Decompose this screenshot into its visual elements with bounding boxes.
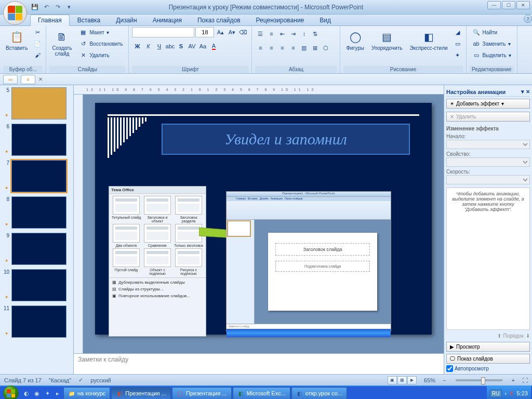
minimize-button[interactable]: — <box>487 1 501 9</box>
slideshow-view-icon[interactable]: ▶ <box>407 376 417 384</box>
layout-option[interactable]: Рисунок с подписью <box>174 248 204 275</box>
thumb-11[interactable]: ✴ <box>11 305 66 338</box>
align-left-icon[interactable]: ≡ <box>255 43 265 53</box>
slide-title-box[interactable]: Увидел и запомнил <box>162 124 410 155</box>
tab-view[interactable]: Вид <box>312 15 339 25</box>
menu-duplicate[interactable]: ▦ Дублировать выделенные слайды <box>110 279 205 286</box>
start-button[interactable] <box>1 385 21 399</box>
copy-icon[interactable]: 📄 <box>32 38 43 49</box>
bold-icon[interactable]: Ж <box>132 41 142 51</box>
tab-insert[interactable]: Вставка <box>70 15 109 25</box>
taskbar-item[interactable]: 📁на конкурс <box>63 387 110 399</box>
fit-icon[interactable]: ⛶ <box>522 377 528 383</box>
remove-effect-button[interactable]: ✕ Удалить <box>446 112 530 122</box>
normal-view-icon[interactable]: ▣ <box>388 376 397 384</box>
zoom-out-icon[interactable]: − <box>443 377 446 383</box>
quicklaunch-icon[interactable]: ◐ <box>22 389 31 397</box>
columns-icon[interactable]: ▥ <box>299 43 309 53</box>
shapes-button[interactable]: ◯Фигуры <box>343 27 366 52</box>
layout-option[interactable]: Пустой слайд <box>111 248 141 275</box>
sorter-view-icon[interactable]: ▦ <box>397 376 407 384</box>
move-down-icon[interactable]: ⬇ <box>526 333 530 339</box>
line-spacing-icon[interactable]: ↕ <box>299 29 309 39</box>
replace-button[interactable]: abЗаменить ▾ <box>470 38 514 49</box>
cut-icon[interactable]: ✂ <box>32 27 43 37</box>
paste-button[interactable]: 📋Вставить <box>3 27 30 52</box>
numbering-icon[interactable]: ≡ <box>266 29 276 39</box>
slide-canvas[interactable]: Увидел и запомнил Тема Office Титульный … <box>95 103 432 335</box>
quick-styles-button[interactable]: ◧Экспресс-стили <box>407 27 450 52</box>
align-center-icon[interactable]: ≡ <box>266 43 276 53</box>
undo-icon[interactable]: ↶ <box>42 3 51 12</box>
reset-button[interactable]: ↺Восстановить <box>76 38 125 49</box>
slide-thumbnails[interactable]: 5✴ 6✴ 7✴ 8✴ 9✴ 10✴ 11✴ <box>0 85 74 374</box>
slides-tab[interactable]: ▭ <box>3 75 18 84</box>
new-slide-button[interactable]: 🗎Создать слайд <box>49 27 74 58</box>
justify-icon[interactable]: ≡ <box>288 43 298 53</box>
autopreview-checkbox[interactable]: Автопросмотр <box>446 365 530 372</box>
clock[interactable]: 5:23 <box>517 390 528 396</box>
tray-icon[interactable]: ‹ <box>505 390 507 396</box>
clear-format-icon[interactable]: ⌫ <box>238 27 248 37</box>
spell-icon[interactable]: ✓ <box>78 377 83 383</box>
underline-icon[interactable]: Ч <box>154 41 164 51</box>
help-button[interactable]: ? <box>524 15 532 23</box>
speed-select[interactable] <box>446 175 530 184</box>
indent-dec-icon[interactable]: ⇤ <box>277 29 287 39</box>
tab-animation[interactable]: Анимация <box>145 15 190 25</box>
close-pane-icon[interactable]: ✕ <box>526 89 530 95</box>
redo-icon[interactable]: ↷ <box>53 3 62 12</box>
layout-option[interactable]: Заголовок и объект <box>142 196 172 223</box>
zoom-level[interactable]: 65% <box>424 377 435 383</box>
case-icon[interactable]: Aa <box>197 41 208 51</box>
thumb-7[interactable]: ✴ <box>11 160 66 192</box>
layout-option[interactable]: Объект с подписью <box>142 248 172 275</box>
move-up-icon[interactable]: ⬆ <box>497 333 501 339</box>
layout-option[interactable]: Титульный слайд <box>111 196 141 223</box>
thumb-9[interactable]: ✴ <box>11 233 66 265</box>
text-direction-icon[interactable]: ⇅ <box>310 29 320 39</box>
layout-option[interactable]: Два объекта <box>111 224 141 247</box>
shrink-font-icon[interactable]: A▾ <box>227 27 237 37</box>
layout-button[interactable]: ▦Макет ▾ <box>76 27 125 37</box>
zoom-in-icon[interactable]: + <box>512 377 515 383</box>
layout-option[interactable]: Сравнение <box>142 224 172 247</box>
tab-slideshow[interactable]: Показ слайдов <box>190 15 248 25</box>
language-indicator[interactable]: RU <box>490 390 501 397</box>
shape-outline-icon[interactable]: ▭ <box>453 38 463 49</box>
tab-design[interactable]: Дизайн <box>108 15 144 25</box>
strike-icon[interactable]: abc <box>165 41 175 51</box>
italic-icon[interactable]: К <box>143 41 153 51</box>
thumb-10[interactable]: ✴ <box>11 269 66 301</box>
taskbar-item[interactable]: ◧Microsoft Exc... <box>233 387 290 399</box>
thumb-5[interactable]: ✴ <box>11 87 66 119</box>
smartart-icon[interactable]: ⬡ <box>321 43 331 53</box>
grow-font-icon[interactable]: A▴ <box>215 27 225 37</box>
taskbar-item[interactable]: ◧откр.урок со... <box>291 387 347 399</box>
outline-tab[interactable]: ≡ <box>21 75 35 84</box>
tab-review[interactable]: Рецензирование <box>248 15 312 25</box>
office-button[interactable] <box>3 1 27 25</box>
font-size-select[interactable] <box>195 27 214 37</box>
layout-option[interactable]: Заголовок раздела <box>174 196 204 223</box>
add-effect-button[interactable]: ✴ Добавить эффект ▾ <box>446 99 530 109</box>
save-icon[interactable]: 💾 <box>30 3 39 12</box>
select-button[interactable]: ▭Выделить ▾ <box>470 50 514 60</box>
slideshow-button[interactable]: 🖵 Показ слайдов <box>446 354 530 364</box>
anim-dropdown-icon[interactable]: ▾ <box>521 88 524 95</box>
notes-pane[interactable]: Заметки к слайду <box>74 353 444 374</box>
qat-dropdown-icon[interactable]: ▾ <box>64 3 74 12</box>
tab-home[interactable]: Главная <box>30 15 70 26</box>
find-button[interactable]: 🔍Найти <box>470 27 514 37</box>
quicklaunch-icon[interactable]: ◉ <box>33 389 41 397</box>
thumb-6[interactable]: ✴ <box>11 124 66 156</box>
preview-button[interactable]: ▶ Просмотр <box>446 342 530 352</box>
layout-option[interactable]: Только заголовок <box>174 224 204 247</box>
bullets-icon[interactable]: ☰ <box>255 29 265 39</box>
align-text-icon[interactable]: ⊞ <box>310 43 320 53</box>
menu-reuse[interactable]: ▣ Повторное использование слайдов... <box>110 292 205 299</box>
shadow-icon[interactable]: S <box>176 41 186 51</box>
taskbar-item[interactable]: ◯Презентация ... <box>172 387 232 399</box>
arrange-button[interactable]: ▤Упорядочить <box>369 27 405 52</box>
language-indicator[interactable]: русский <box>90 377 111 383</box>
